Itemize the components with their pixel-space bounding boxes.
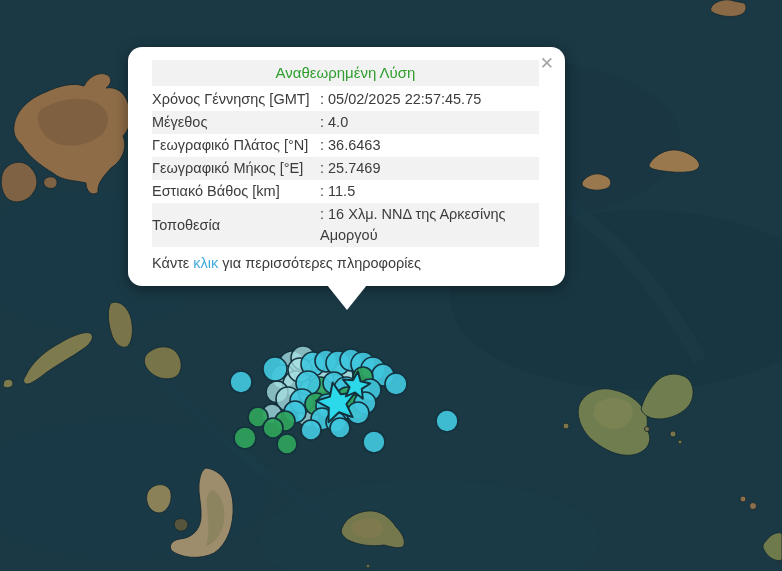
popup-title: Αναθεωρημένη Λύση: [152, 60, 539, 86]
row-longitude: Γεωγραφικό Μήκος [°E] : 25.7469: [152, 157, 539, 180]
island-north-tiny: [711, 0, 746, 16]
epicenter-marker[interactable]: [385, 373, 407, 395]
epicenter-marker[interactable]: [277, 434, 297, 454]
islet-east-2: [645, 427, 650, 432]
longitude-label: Γεωγραφικό Μήκος [°E]: [152, 158, 320, 179]
longitude-value: : 25.7469: [320, 158, 539, 179]
islet-southeast-1: [740, 496, 746, 502]
more-info-link[interactable]: κλικ: [193, 255, 218, 271]
islet-west: [3, 379, 13, 387]
epicenter-marker[interactable]: [234, 427, 256, 449]
islet-northwest: [44, 177, 58, 189]
popup-footer: Κάντε κλικ για περισσότερες πληροφορίες: [152, 253, 539, 274]
footer-prefix: Κάντε: [152, 255, 193, 271]
depth-label: Εστιακό Βάθος [km]: [152, 181, 320, 202]
footer-suffix: για περισσότερες πληροφορίες: [218, 255, 421, 271]
origin-time-value: : 05/02/2025 22:57:45.75: [320, 89, 539, 110]
location-label: Τοποθεσία: [152, 215, 320, 236]
epicenter-marker[interactable]: [436, 410, 458, 432]
magnitude-value: : 4.0: [320, 112, 539, 133]
island-crescent-companion: [147, 485, 172, 513]
islet-south: [366, 564, 370, 568]
popup-tail: [327, 285, 367, 310]
row-location: Τοποθεσία : 16 Χλμ. ΝΝΔ της Αρκεσίνης Αμ…: [152, 203, 539, 247]
epicenter-marker[interactable]: [363, 431, 385, 453]
caldera-islet: [174, 519, 188, 532]
latitude-label: Γεωγραφικό Πλάτος [°N]: [152, 135, 320, 156]
popup-close-button[interactable]: ✕: [538, 53, 556, 74]
earthquake-popup: ✕ Αναθεωρημένη Λύση Χρόνος Γέννησης [GMT…: [128, 47, 565, 286]
depth-value: : 11.5: [320, 181, 539, 202]
epicenter-marker[interactable]: [263, 418, 283, 438]
islet-southeast-2: [750, 503, 757, 510]
row-origin-time: Χρόνος Γέννησης [GMT] : 05/02/2025 22:57…: [152, 88, 539, 111]
islet-east-4: [678, 440, 682, 444]
magnitude-label: Μέγεθος: [152, 112, 320, 133]
map-viewport: ✕ Αναθεωρημένη Λύση Χρόνος Γέννησης [GMT…: [0, 0, 782, 571]
row-depth: Εστιακό Βάθος [km] : 11.5: [152, 180, 539, 203]
islet-east-3: [670, 431, 676, 437]
epicenter-marker[interactable]: [301, 420, 321, 440]
epicenter-marker[interactable]: [230, 371, 252, 393]
location-value: : 16 Χλμ. ΝΝΔ της Αρκεσίνης Αμοργού: [320, 204, 539, 246]
origin-time-label: Χρόνος Γέννησης [GMT]: [152, 89, 320, 110]
row-latitude: Γεωγραφικό Πλάτος [°N] : 36.6463: [152, 134, 539, 157]
islet-east-1: [563, 423, 569, 429]
latitude-value: : 36.6463: [320, 135, 539, 156]
epicenter-marker[interactable]: [263, 357, 287, 381]
row-magnitude: Μέγεθος : 4.0: [152, 111, 539, 134]
epicenter-marker[interactable]: [330, 418, 350, 438]
